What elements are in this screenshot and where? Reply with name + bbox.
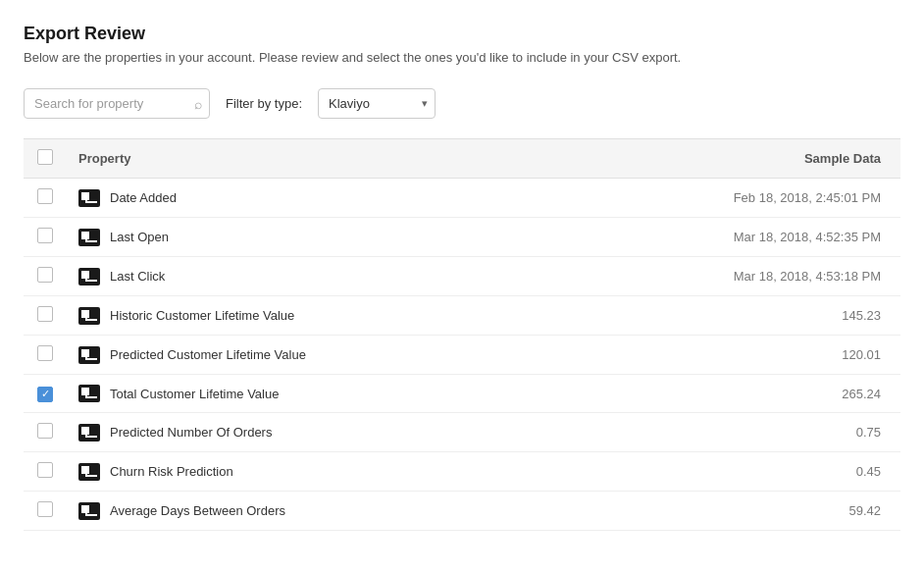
row-predicted-orders-name: Predicted Number Of Orders bbox=[110, 425, 272, 440]
row-predicted-clv-checkbox-cell bbox=[24, 336, 67, 375]
row-last-open-name: Last Open bbox=[110, 230, 169, 244]
header-property-col: Property bbox=[67, 139, 553, 179]
row-date-added-property-cell: Date Added bbox=[67, 179, 553, 218]
row-avg-days-checkbox-cell bbox=[24, 492, 67, 531]
row-last-open-sample: Mar 18, 2018, 4:52:35 PM bbox=[553, 218, 900, 257]
row-total-clv-name: Total Customer Lifetime Value bbox=[110, 387, 279, 401]
row-total-clv-checkbox[interactable] bbox=[37, 387, 53, 402]
row-last-click-property-cell: Last Click bbox=[67, 257, 553, 296]
row-total-clv-checkbox-cell bbox=[24, 375, 67, 413]
row-predicted-clv-name: Predicted Customer Lifetime Value bbox=[110, 347, 306, 362]
properties-table: Property Sample Data Date AddedFeb 18, 2… bbox=[24, 138, 900, 531]
table-row: Predicted Number Of Orders0.75 bbox=[24, 413, 900, 452]
table-row: Average Days Between Orders59.42 bbox=[24, 492, 900, 531]
row-historic-clv-checkbox[interactable] bbox=[37, 306, 53, 322]
page-container: Export Review Below are the properties i… bbox=[0, 0, 924, 572]
row-predicted-clv-checkbox[interactable] bbox=[37, 345, 53, 361]
row-date-added-checkbox[interactable] bbox=[37, 188, 53, 204]
table-header: Property Sample Data bbox=[24, 139, 900, 179]
row-last-open-property-cell: Last Open bbox=[67, 218, 553, 257]
row-last-open-checkbox-cell bbox=[24, 218, 67, 257]
row-last-click-sample: Mar 18, 2018, 4:53:18 PM bbox=[553, 257, 900, 296]
row-predicted-orders-checkbox[interactable] bbox=[37, 423, 53, 439]
row-predicted-orders-type-icon bbox=[78, 424, 100, 442]
row-last-click-checkbox[interactable] bbox=[37, 267, 53, 283]
row-historic-clv-name: Historic Customer Lifetime Value bbox=[110, 308, 294, 323]
row-total-clv-type-icon bbox=[78, 385, 100, 402]
row-historic-clv-property-cell: Historic Customer Lifetime Value bbox=[67, 296, 553, 336]
row-date-added-sample: Feb 18, 2018, 2:45:01 PM bbox=[553, 179, 900, 218]
filter-select-wrapper: Klaviyo Custom All ▾ bbox=[318, 88, 436, 119]
row-last-click-type-icon bbox=[78, 268, 100, 286]
row-last-click-name: Last Click bbox=[110, 269, 165, 284]
row-date-added-checkbox-cell bbox=[24, 179, 67, 218]
search-wrapper: ⌕ bbox=[24, 88, 210, 119]
table-row: Last OpenMar 18, 2018, 4:52:35 PM bbox=[24, 218, 900, 257]
row-avg-days-type-icon bbox=[78, 502, 100, 520]
row-predicted-clv-property-cell: Predicted Customer Lifetime Value bbox=[67, 336, 553, 375]
row-last-open-type-icon bbox=[78, 229, 100, 246]
row-date-added-type-icon bbox=[78, 189, 100, 207]
row-churn-risk-sample: 0.45 bbox=[553, 452, 900, 492]
table-header-row: Property Sample Data bbox=[24, 139, 900, 179]
filter-select[interactable]: Klaviyo Custom All bbox=[318, 88, 436, 119]
select-all-checkbox[interactable] bbox=[37, 149, 53, 165]
table-row: Date AddedFeb 18, 2018, 2:45:01 PM bbox=[24, 179, 900, 218]
row-total-clv-property-cell: Total Customer Lifetime Value bbox=[67, 375, 553, 413]
row-date-added-name: Date Added bbox=[110, 190, 177, 205]
filter-label: Filter by type: bbox=[226, 96, 302, 111]
row-churn-risk-checkbox-cell bbox=[24, 452, 67, 492]
header-sample-col: Sample Data bbox=[553, 139, 900, 179]
table-row: Last ClickMar 18, 2018, 4:53:18 PM bbox=[24, 257, 900, 296]
row-predicted-clv-type-icon bbox=[78, 346, 100, 364]
row-last-click-checkbox-cell bbox=[24, 257, 67, 296]
row-avg-days-name: Average Days Between Orders bbox=[110, 503, 285, 518]
page-subtitle: Below are the properties in your account… bbox=[24, 50, 900, 65]
toolbar: ⌕ Filter by type: Klaviyo Custom All ▾ bbox=[24, 88, 900, 119]
header-checkbox-col bbox=[24, 139, 67, 179]
row-predicted-orders-sample: 0.75 bbox=[553, 413, 900, 452]
row-historic-clv-type-icon bbox=[78, 307, 100, 325]
table-row: Churn Risk Prediction0.45 bbox=[24, 452, 900, 492]
row-historic-clv-sample: 145.23 bbox=[553, 296, 900, 336]
row-avg-days-checkbox[interactable] bbox=[37, 501, 53, 517]
row-churn-risk-name: Churn Risk Prediction bbox=[110, 464, 233, 479]
row-churn-risk-type-icon bbox=[78, 463, 100, 481]
row-predicted-orders-property-cell: Predicted Number Of Orders bbox=[67, 413, 553, 452]
row-predicted-orders-checkbox-cell bbox=[24, 413, 67, 452]
row-predicted-clv-sample: 120.01 bbox=[553, 336, 900, 375]
row-churn-risk-checkbox[interactable] bbox=[37, 462, 53, 478]
row-last-open-checkbox[interactable] bbox=[37, 228, 53, 243]
table-body: Date AddedFeb 18, 2018, 2:45:01 PMLast O… bbox=[24, 179, 900, 531]
table-row: Total Customer Lifetime Value265.24 bbox=[24, 375, 900, 413]
table-row: Historic Customer Lifetime Value145.23 bbox=[24, 296, 900, 336]
table-row: Predicted Customer Lifetime Value120.01 bbox=[24, 336, 900, 375]
row-avg-days-sample: 59.42 bbox=[553, 492, 900, 531]
row-historic-clv-checkbox-cell bbox=[24, 296, 67, 336]
row-total-clv-sample: 265.24 bbox=[553, 375, 900, 413]
row-churn-risk-property-cell: Churn Risk Prediction bbox=[67, 452, 553, 492]
search-input[interactable] bbox=[24, 88, 210, 119]
row-avg-days-property-cell: Average Days Between Orders bbox=[67, 492, 553, 531]
page-title: Export Review bbox=[24, 24, 900, 44]
